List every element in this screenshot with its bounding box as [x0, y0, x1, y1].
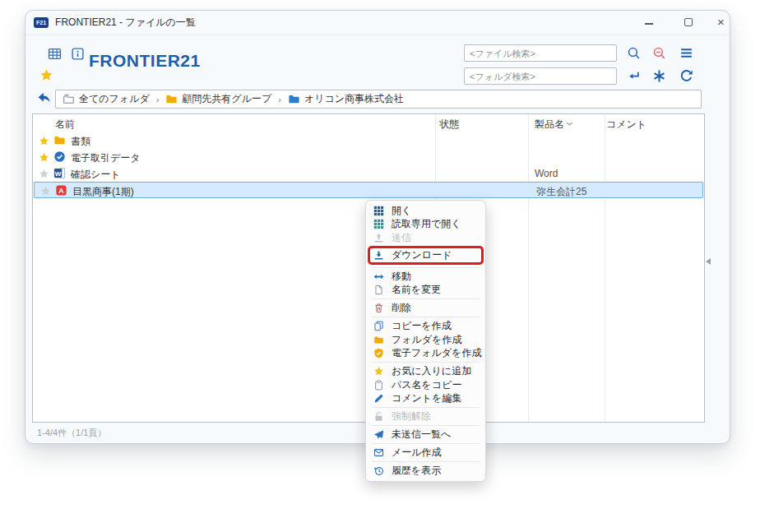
menu-item-edit-comment[interactable]: コメントを編集 [366, 392, 485, 405]
column-header-product[interactable]: 製品名 [535, 118, 564, 132]
rename-page-icon [373, 285, 384, 295]
app-logo: FRONTIER21 [89, 51, 201, 71]
star-icon[interactable] [39, 151, 49, 166]
menu-item-download[interactable]: ダウンロード [370, 249, 481, 261]
menu-item-open[interactable]: 開く [366, 205, 485, 217]
star-icon[interactable] [39, 168, 49, 183]
menu-item-add-favorite[interactable]: お気に入りに追加 [366, 365, 485, 377]
file-row[interactable]: 電子取引データ [33, 149, 704, 165]
envelope-icon [373, 447, 384, 458]
menu-item-create-copy[interactable]: コピーを作成 [366, 320, 485, 332]
status-bar: 1-4/4件（1/1頁） [37, 427, 106, 439]
product-cell: Word [535, 168, 558, 179]
svg-text:W: W [55, 170, 62, 178]
info-icon[interactable] [71, 47, 85, 64]
search-icon[interactable] [627, 46, 641, 63]
grid-readonly-icon [373, 219, 384, 229]
maximize-button[interactable] [684, 18, 693, 26]
shield-folder-icon [373, 348, 384, 359]
window-title: FRONTIER21 - ファイルの一覧 [55, 16, 196, 30]
menu-item-send: 送信 [366, 232, 485, 244]
clipboard-icon [373, 380, 384, 391]
menu-item-create-folder[interactable]: フォルダを作成 [366, 334, 485, 346]
history-clock-icon [373, 465, 384, 476]
close-button[interactable]: × [717, 15, 725, 30]
minimize-button[interactable] [645, 23, 653, 25]
column-header-comment[interactable]: コメント [606, 118, 646, 132]
menu-separator [372, 407, 480, 408]
breadcrumb-item-company[interactable]: オリコン商事株式会社 [288, 92, 404, 106]
svg-text:A: A [58, 187, 64, 195]
breadcrumb: 全てのフォルダ › 顧問先共有グループ › オリコン商事株式会社 [55, 90, 702, 109]
move-icon [373, 271, 384, 282]
breadcrumb-separator: › [276, 95, 283, 104]
refresh-icon[interactable] [679, 69, 693, 86]
enter-search-icon[interactable] [627, 69, 641, 86]
folders-outline-icon [63, 93, 75, 105]
copy-pages-icon [373, 321, 384, 331]
menu-separator [372, 298, 480, 299]
favorites-star-icon[interactable] [39, 68, 53, 86]
highlight-box: ダウンロード [368, 246, 484, 265]
file-row-selected[interactable]: A 目黒商事(1期) 弥生会計25 [34, 182, 703, 198]
menu-icon[interactable] [679, 46, 693, 63]
menu-item-rename[interactable]: 名前を変更 [366, 284, 485, 296]
folder-yellow-icon [165, 93, 178, 105]
menu-item-unsent-list[interactable]: 未送信一覧へ [366, 428, 485, 441]
trash-icon [373, 303, 384, 313]
column-header-name[interactable]: 名前 [55, 118, 75, 132]
unlock-icon [373, 411, 384, 422]
menu-separator [372, 425, 480, 426]
back-icon[interactable] [36, 90, 52, 109]
menu-item-force-unlock: 強制解除 [366, 410, 485, 423]
breadcrumb-item-group[interactable]: 顧問先共有グループ [165, 92, 271, 106]
star-icon [373, 366, 384, 377]
panel-toggle-icon[interactable] [706, 258, 711, 265]
menu-item-create-efolder[interactable]: 電子フォルダを作成 [366, 347, 485, 359]
breadcrumb-separator: › [155, 95, 161, 104]
context-menu: 開く 読取専用で開く 送信 ダウンロード 移動 名前を変更 削除 [365, 200, 486, 482]
sort-caret-icon [566, 115, 573, 130]
menu-separator [372, 362, 480, 363]
menu-item-move[interactable]: 移動 [366, 271, 485, 283]
paper-plane-icon [373, 429, 384, 440]
file-row[interactable]: 書類 [33, 132, 704, 149]
download-icon [373, 250, 384, 261]
asterisk-icon[interactable] [652, 69, 666, 86]
column-header-status[interactable]: 状態 [439, 118, 459, 132]
menu-item-show-history[interactable]: 履歴を表示 [366, 465, 485, 477]
file-search-input[interactable] [464, 44, 617, 62]
product-cell: 弥生会計25 [536, 185, 586, 199]
menu-item-open-readonly[interactable]: 読取専用で開く [366, 218, 485, 230]
yayoi-file-icon: A [55, 184, 67, 200]
clear-search-icon[interactable] [652, 46, 666, 63]
star-icon[interactable] [40, 185, 51, 200]
grid-open-icon [373, 206, 384, 216]
app-icon: F21 [34, 17, 49, 28]
menu-separator [372, 461, 480, 462]
menu-item-copy-path[interactable]: パス名をコピー [366, 379, 485, 391]
folder-new-icon [373, 335, 384, 345]
menu-item-delete[interactable]: 削除 [366, 302, 485, 314]
word-file-icon: W [53, 167, 66, 183]
desktop: F21 FRONTIER21 - ファイルの一覧 × FRONTIER21 [0, 0, 760, 532]
star-icon[interactable] [39, 135, 49, 150]
table-view-icon[interactable] [48, 47, 62, 64]
menu-separator [372, 317, 480, 317]
upload-icon [373, 233, 384, 243]
menu-item-create-mail[interactable]: メール作成 [366, 446, 485, 459]
shield-badge-icon [53, 150, 66, 166]
menu-separator [372, 267, 480, 268]
menu-separator [372, 443, 480, 444]
title-bar: F21 FRONTIER21 - ファイルの一覧 [25, 11, 730, 35]
folder-blue-icon [288, 93, 300, 105]
breadcrumb-item-all-folders[interactable]: 全てのフォルダ [63, 92, 150, 106]
folder-search-input[interactable] [464, 67, 617, 85]
folder-icon [53, 134, 66, 150]
pencil-icon [373, 393, 384, 404]
file-row[interactable]: W 確認シート Word [33, 165, 704, 182]
